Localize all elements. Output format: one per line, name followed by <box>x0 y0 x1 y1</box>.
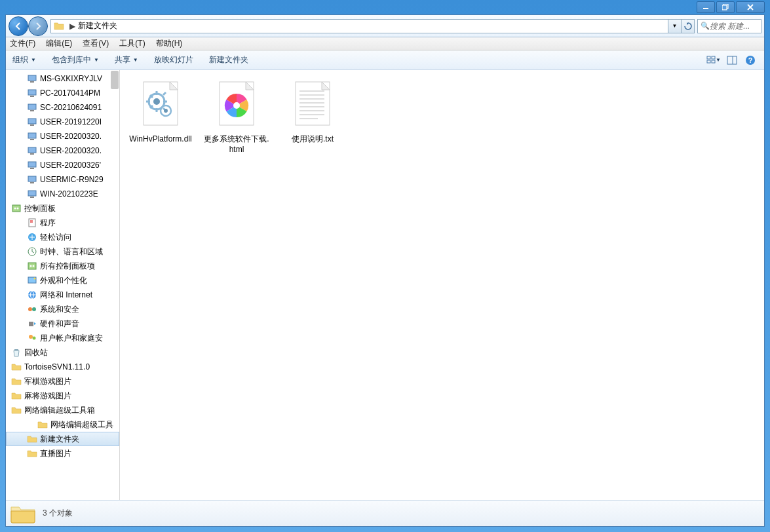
tree-item[interactable]: 时钟、语言和区域 <box>6 244 119 259</box>
tree-item[interactable]: 网络编辑超级工具 <box>6 417 119 432</box>
svg-rect-27 <box>28 176 36 181</box>
file-item[interactable]: 更多系统软件下载.html <box>204 78 269 155</box>
tree-item-label: 所有控制面板项 <box>40 261 95 272</box>
tree-item[interactable]: MS-GXKIXRYJLV <box>6 71 119 86</box>
tree-item[interactable]: 外观和个性化 <box>6 273 119 288</box>
tree-item[interactable]: 硬件和声音 <box>6 316 119 331</box>
svg-rect-2 <box>722 5 727 10</box>
tree-item[interactable]: USER-20200320. <box>6 143 119 158</box>
tree-item[interactable]: WIN-20210223E <box>6 187 119 201</box>
navigation-pane[interactable]: MS-GXKIXRYJLVPC-20170414PMSC-20210624091… <box>6 70 120 500</box>
tree-item-label: 军棋游戏图片 <box>24 376 71 387</box>
computer-icon <box>27 160 37 170</box>
menu-tools[interactable]: 工具(T) <box>119 38 145 49</box>
tree-item[interactable]: 程序 <box>6 216 119 230</box>
tree-item[interactable]: 麻将游戏图片 <box>6 389 119 403</box>
tree-item[interactable]: SC-20210624091 <box>6 100 119 115</box>
svg-rect-9 <box>727 56 737 64</box>
folder-icon <box>11 376 22 387</box>
tree-item[interactable]: USER-20200326' <box>6 158 119 172</box>
svg-rect-18 <box>30 110 34 111</box>
computer-icon <box>27 102 37 113</box>
menu-help[interactable]: 帮助(H) <box>156 38 183 49</box>
tree-item-label: 直播图片 <box>40 448 71 459</box>
tree-item[interactable]: 网络编辑超级工具箱 <box>6 403 119 417</box>
tree-item[interactable]: 轻松访问 <box>6 230 119 244</box>
menu-view[interactable]: 查看(V) <box>83 38 109 49</box>
tree-item[interactable]: USERMIC-R9N29 <box>6 172 119 187</box>
tree-item[interactable]: 回收站 <box>6 345 119 360</box>
svg-rect-35 <box>30 220 33 223</box>
file-name: 更多系统软件下载.html <box>204 134 269 155</box>
svg-rect-46 <box>29 322 33 326</box>
file-name: 使用说明.txt <box>280 134 345 145</box>
tree-item[interactable]: 网络和 Internet <box>6 288 119 302</box>
search-box[interactable]: 🔍 <box>697 19 761 33</box>
forward-button[interactable] <box>28 16 48 36</box>
slideshow-button[interactable]: 放映幻灯片 <box>154 54 193 66</box>
folder-icon <box>11 362 22 372</box>
svg-rect-31 <box>12 205 20 212</box>
file-list[interactable]: WinHvPlatform.dll更多系统软件下载.html使用说明.txt <box>120 70 764 500</box>
minimize-button[interactable] <box>697 1 715 13</box>
menu-edit[interactable]: 编辑(E) <box>46 38 72 49</box>
appearance-icon <box>27 275 37 286</box>
help-button[interactable]: ? <box>743 53 758 67</box>
svg-point-47 <box>29 335 33 339</box>
organize-button[interactable]: 组织▼ <box>12 54 36 66</box>
main-area: MS-GXKIXRYJLVPC-20170414PMSC-20210624091… <box>6 70 764 500</box>
path-separator: ▶ <box>67 22 78 31</box>
tree-item[interactable]: 用户帐户和家庭安 <box>6 331 119 345</box>
file-item[interactable]: 使用说明.txt <box>280 78 345 145</box>
tree-item[interactable]: USER-20200320. <box>6 129 119 143</box>
folder-icon <box>10 503 36 524</box>
restore-button[interactable] <box>716 1 735 13</box>
search-icon: 🔍 <box>701 22 710 30</box>
svg-rect-21 <box>28 133 36 138</box>
menu-file[interactable]: 文件(F) <box>10 38 35 49</box>
back-button[interactable] <box>9 16 28 36</box>
include-button[interactable]: 包含到库中▼ <box>52 54 99 66</box>
svg-rect-22 <box>30 139 34 140</box>
scrollbar-thumb[interactable] <box>111 71 119 89</box>
view-button[interactable]: ▼ <box>706 53 721 67</box>
address-bar[interactable]: ▶ 新建文件夹 <box>50 19 668 33</box>
cpanel-icon <box>11 203 22 214</box>
svg-point-52 <box>153 98 160 105</box>
tree-item[interactable]: PC-20170414PM <box>6 86 119 100</box>
folder-icon <box>11 405 22 415</box>
search-input[interactable] <box>710 22 758 31</box>
file-item[interactable]: WinHvPlatform.dll <box>128 78 193 145</box>
newfolder-button[interactable]: 新建文件夹 <box>209 54 248 66</box>
recycle-icon <box>11 347 22 358</box>
tree-item[interactable]: USER-20191220I <box>6 115 119 129</box>
share-button[interactable]: 共享▼ <box>115 54 138 66</box>
svg-rect-7 <box>707 60 710 63</box>
svg-rect-14 <box>30 81 34 83</box>
refresh-button[interactable] <box>682 19 695 33</box>
address-dropdown[interactable]: ▼ <box>668 19 682 33</box>
tree-item[interactable]: TortoiseSVN1.11.0 <box>6 360 119 374</box>
svg-point-42 <box>34 278 36 280</box>
tree-item[interactable]: 新建文件夹 <box>6 432 119 446</box>
tree-item[interactable]: 军棋游戏图片 <box>6 374 119 389</box>
folder-icon <box>27 434 37 444</box>
svg-point-33 <box>17 208 19 210</box>
svg-rect-15 <box>28 90 36 95</box>
cpanel-icon <box>27 261 37 271</box>
svg-rect-24 <box>30 153 34 155</box>
tree-item-label: 控制面板 <box>24 203 56 214</box>
svg-rect-17 <box>28 104 36 109</box>
preview-pane-button[interactable] <box>725 53 739 67</box>
clock-icon <box>27 246 37 257</box>
tree-item-label: 轻松访问 <box>40 232 71 243</box>
tree-item[interactable]: 控制面板 <box>6 201 119 216</box>
status-text: 3 个对象 <box>43 508 73 519</box>
svg-rect-25 <box>28 162 36 167</box>
tree-item-label: 用户帐户和家庭安 <box>40 333 103 344</box>
tree-item[interactable]: 系统和安全 <box>6 302 119 316</box>
close-button[interactable] <box>736 1 765 13</box>
tree-item[interactable]: 直播图片 <box>6 446 119 461</box>
svg-point-45 <box>32 307 36 311</box>
tree-item[interactable]: 所有控制面板项 <box>6 259 119 273</box>
